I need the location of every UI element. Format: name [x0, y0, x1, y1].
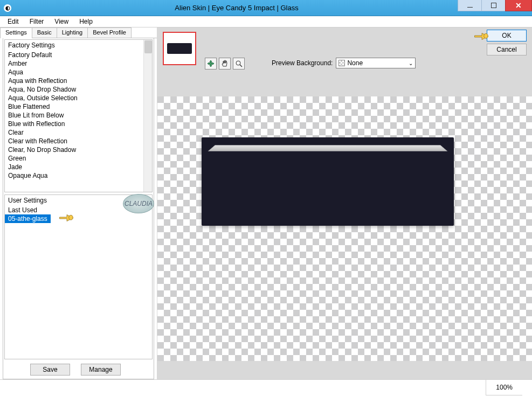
manage-button[interactable]: Manage — [81, 364, 121, 376]
minimize-button[interactable] — [458, 0, 482, 11]
preview-toolbar: Preview Background: None ⌄ OK Cancel — [157, 27, 532, 75]
watermark-text: CLAUDIA — [125, 200, 153, 207]
pointer-hand-icon — [59, 211, 75, 223]
glass-highlight — [208, 145, 448, 151]
app-icon-dot: ◐ — [4, 4, 11, 12]
list-item[interactable]: Aqua, No Drop Shadow — [5, 85, 79, 94]
list-item-last-used[interactable]: Last Used — [5, 206, 40, 214]
save-button[interactable]: Save — [30, 364, 70, 376]
scrollbar[interactable] — [143, 40, 152, 192]
zoom-level: 100% — [486, 380, 522, 395]
tab-basic[interactable]: Basic — [32, 27, 57, 38]
list-item[interactable]: Clear with Reflection — [5, 137, 71, 145]
window-controls: ✕ — [458, 0, 532, 16]
maximize-icon — [491, 3, 496, 8]
list-item[interactable]: Aqua with Reflection — [5, 77, 70, 85]
scrollbar-thumb[interactable] — [144, 40, 152, 53]
close-icon: ✕ — [515, 1, 522, 10]
preview-background-select[interactable]: None ⌄ — [336, 58, 416, 68]
list-item[interactable]: Blue with Reflection — [5, 120, 68, 128]
titlebar: ◐ Alien Skin | Eye Candy 5 Impact | Glas… — [0, 0, 532, 16]
menu-filter[interactable]: Filter — [25, 17, 49, 26]
list-item[interactable]: Jade — [5, 163, 25, 171]
factory-settings-header: Factory Settings — [5, 40, 152, 51]
app-icon: ◐ — [0, 1, 15, 16]
preview-canvas-wrap — [157, 75, 532, 379]
settings-buttons-row: Save Manage — [3, 360, 154, 379]
svg-point-1 — [236, 61, 240, 65]
user-settings-list[interactable]: User Settings Last Used 05-athe-glass — [4, 194, 153, 359]
ok-button[interactable]: OK — [487, 30, 527, 41]
svg-point-0 — [69, 215, 73, 220]
list-item[interactable]: Opaque Aqua — [5, 171, 51, 180]
list-item[interactable]: Aqua, Outside Selection — [5, 94, 81, 102]
svg-point-3 — [484, 33, 488, 38]
tab-bevel-profile[interactable]: Bevel Profile — [87, 27, 132, 38]
cancel-button[interactable]: Cancel — [487, 44, 527, 55]
dialog-buttons: OK Cancel — [474, 30, 527, 55]
right-panel: Preview Background: None ⌄ OK Cancel — [157, 27, 532, 379]
canvas-pad-bottom — [157, 361, 532, 379]
factory-items: Factory Default Amber Aqua Aqua with Ref… — [5, 51, 152, 180]
menubar: Edit Filter View Help — [0, 16, 532, 27]
close-button[interactable]: ✕ — [505, 0, 532, 11]
maximize-button[interactable] — [481, 0, 506, 11]
move-tool[interactable] — [205, 58, 217, 70]
list-item[interactable]: Clear, No Drop Shadow — [5, 145, 79, 154]
magnifier-icon — [235, 60, 243, 67]
statusbar: 100% — [0, 379, 532, 395]
menu-edit[interactable]: Edit — [3, 17, 23, 26]
window-title: Alien Skin | Eye Candy 5 Impact | Glass — [15, 4, 458, 12]
preview-background-row: Preview Background: None ⌄ — [272, 58, 416, 68]
preview-canvas[interactable] — [157, 96, 532, 361]
preview-thumbnail[interactable] — [163, 32, 196, 65]
list-item[interactable]: Amber — [5, 59, 30, 68]
move-icon — [207, 60, 215, 67]
list-item[interactable]: Blue Lit from Below — [5, 111, 67, 120]
chevron-down-icon: ⌄ — [409, 60, 413, 66]
list-item-selected[interactable]: 05-athe-glass — [5, 214, 51, 223]
thumbnail-content — [167, 43, 192, 54]
tab-settings[interactable]: Settings — [0, 27, 32, 38]
preview-tools — [205, 58, 245, 70]
watermark-badge: CLAUDIA — [123, 194, 154, 213]
hand-icon — [221, 60, 229, 67]
minimize-icon — [467, 7, 473, 8]
pointer-hand-icon — [474, 30, 490, 41]
preview-background-label: Preview Background: — [272, 59, 333, 67]
menu-help[interactable]: Help — [75, 17, 97, 26]
list-item[interactable]: Aqua — [5, 68, 26, 77]
glass-effect-preview — [202, 137, 454, 226]
menu-view[interactable]: View — [50, 17, 73, 26]
canvas-pad-top — [157, 75, 532, 96]
main-split: Settings Basic Lighting Bevel Profile Fa… — [0, 27, 532, 379]
tab-lighting[interactable]: Lighting — [57, 27, 88, 38]
hand-tool[interactable] — [219, 58, 231, 70]
preview-background-value: None — [347, 59, 363, 67]
list-item[interactable]: Green — [5, 154, 29, 163]
list-item[interactable]: Clear — [5, 128, 27, 137]
factory-settings-list[interactable]: Factory Settings Factory Default Amber A… — [4, 39, 153, 192]
list-item[interactable]: Blue Flattened — [5, 102, 53, 111]
zoom-tool[interactable] — [233, 58, 245, 70]
checker-swatch-icon — [338, 60, 345, 66]
svg-line-2 — [240, 65, 242, 67]
settings-tabs: Settings Basic Lighting Bevel Profile — [0, 27, 157, 38]
list-item[interactable]: Factory Default — [5, 51, 55, 59]
